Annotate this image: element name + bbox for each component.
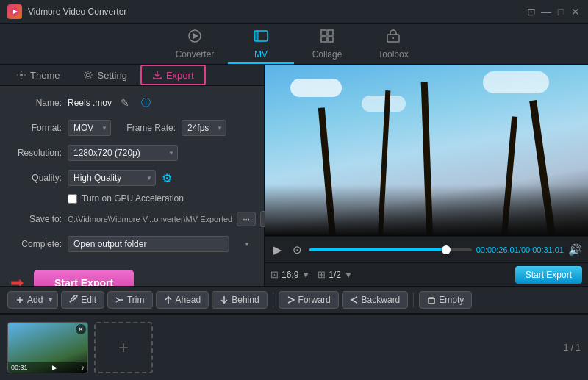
svg-rect-9 xyxy=(321,37,326,42)
name-value: Reels .mov xyxy=(68,98,112,108)
app-window: Vidmore Video Converter ⊡ — □ ✕ Converte… xyxy=(0,0,588,380)
main-content: Theme Setting Export Name: Reels .mov ✎ xyxy=(0,65,588,286)
form-area: Name: Reels .mov ✎ ⓘ Format: MOV MP4 AVI xyxy=(0,86,264,261)
page-group: ⊞ 1/2 ▼ xyxy=(318,269,353,280)
quality-gear-btn[interactable]: ⚙ xyxy=(162,171,172,185)
stop-btn[interactable]: ⊙ xyxy=(290,242,305,258)
info-btn[interactable]: ⓘ xyxy=(138,95,154,111)
trim-btn[interactable]: Trim xyxy=(107,291,153,309)
trim-label: Trim xyxy=(127,295,145,305)
gpu-label[interactable]: Turn on GPU Acceleration xyxy=(82,193,184,204)
play-btn[interactable]: ▶ xyxy=(270,242,285,258)
svg-point-13 xyxy=(20,74,23,76)
forward-icon xyxy=(287,295,295,304)
resolution-select[interactable]: 1280x720 (720p) 1920x1080 (1080p) 720x48… xyxy=(68,145,178,161)
minimize-icon[interactable]: ⊡ xyxy=(526,7,537,17)
forward-btn[interactable]: Forward xyxy=(279,291,339,309)
ratio-icon: ⊡ xyxy=(270,269,279,280)
page-icon: ⊞ xyxy=(318,269,326,280)
video-area xyxy=(265,65,588,236)
video-ratio-bar: ⊡ 16:9 ▼ ⊞ 1/2 ▼ Start Export xyxy=(265,262,588,286)
behind-icon xyxy=(220,295,229,304)
toolbar-divider2 xyxy=(413,293,414,307)
tab-mv[interactable]: MV xyxy=(228,26,294,64)
tab-toolbox[interactable]: Toolbox xyxy=(360,26,426,64)
tab-converter[interactable]: Converter xyxy=(162,26,228,64)
main-tabs: Converter MV Collage xyxy=(0,24,588,65)
video-scene xyxy=(265,65,588,236)
start-export-button[interactable]: Start Export xyxy=(34,270,134,286)
saveto-path: C:\Vidmore\Vidmore V...onverter\MV Expor… xyxy=(68,215,232,223)
close-icon[interactable]: ✕ xyxy=(570,7,581,17)
thumbnail-close-btn[interactable]: ✕ xyxy=(76,324,86,334)
name-row: Name: Reels .mov ✎ ⓘ xyxy=(10,93,254,112)
cloud2 xyxy=(483,71,549,93)
left-panel: Theme Setting Export Name: Reels .mov ✎ xyxy=(0,65,265,286)
resolution-row: Resolution: 1280x720 (720p) 1920x1080 (1… xyxy=(10,143,254,162)
maximize-icon[interactable]: □ xyxy=(556,7,566,17)
titlebar-left: Vidmore Video Converter xyxy=(7,4,126,19)
edit-label: Edit xyxy=(81,295,96,305)
progress-fill xyxy=(309,248,445,251)
edit-icon xyxy=(69,295,78,304)
add-clip-btn[interactable]: + xyxy=(94,322,153,373)
complete-select[interactable]: Open output folder Do nothing xyxy=(68,236,229,252)
tab-collage[interactable]: Collage xyxy=(294,26,360,64)
svg-rect-25 xyxy=(429,298,434,304)
sub-tabs: Theme Setting Export xyxy=(0,65,264,86)
ahead-icon xyxy=(164,295,173,304)
behind-btn[interactable]: Behind xyxy=(212,291,267,309)
subtab-export[interactable]: Export xyxy=(140,65,206,85)
subtab-theme-label: Theme xyxy=(30,70,60,81)
arrow-indicator: ➡ xyxy=(10,273,24,286)
ground xyxy=(265,184,588,236)
format-select[interactable]: MOV MP4 AVI xyxy=(68,120,111,136)
empty-btn[interactable]: Empty xyxy=(419,291,472,309)
volume-btn[interactable]: 🔊 xyxy=(568,243,582,257)
subtab-theme[interactable]: Theme xyxy=(6,65,70,85)
ahead-btn[interactable]: Ahead xyxy=(156,291,209,309)
thumbnail-overlay: 00:31 ▶ ♪ xyxy=(8,362,87,373)
backward-icon xyxy=(350,295,359,304)
quality-select[interactable]: High Quality Medium Quality Low Quality xyxy=(68,170,156,186)
framerate-select[interactable]: 24fps 30fps 60fps xyxy=(182,120,226,136)
format-label: Format: xyxy=(10,123,62,133)
saveto-path-row: C:\Vidmore\Vidmore V...onverter\MV Expor… xyxy=(68,211,284,227)
edit-name-btn[interactable]: ✎ xyxy=(118,96,132,110)
thumb-audio-icon: ♪ xyxy=(82,364,85,371)
toolbar-divider xyxy=(273,293,273,307)
saveto-dots-btn[interactable]: ··· xyxy=(237,212,256,226)
page-chevron-icon[interactable]: ▼ xyxy=(344,270,353,280)
bottom-strip: ✕ 00:31 ▶ ♪ + 1 / 1 xyxy=(0,314,588,380)
titlebar: Vidmore Video Converter ⊡ — □ ✕ xyxy=(0,0,588,24)
quality-label: Quality: xyxy=(10,173,62,183)
converter-icon xyxy=(187,29,202,47)
svg-rect-8 xyxy=(328,30,333,35)
saveto-label: Save to: xyxy=(10,214,62,224)
add-btn[interactable]: Add ▼ xyxy=(7,291,58,309)
forward-label: Forward xyxy=(298,295,331,305)
edit-btn[interactable]: Edit xyxy=(61,291,104,309)
add-chevron-icon: ▼ xyxy=(47,296,54,304)
thumbnail-item[interactable]: ✕ 00:31 ▶ ♪ xyxy=(7,322,88,373)
gpu-row: Turn on GPU Acceleration xyxy=(10,193,254,204)
titlebar-controls: ⊡ — □ ✕ xyxy=(526,7,581,17)
format-row: Format: MOV MP4 AVI Frame Rate: 24fps 30… xyxy=(10,118,254,137)
name-label: Name: xyxy=(10,98,62,108)
start-export-small-button[interactable]: Start Export xyxy=(515,266,582,284)
video-controls: ▶ ⊙ 00:00:26.01/00:00:31.01 🔊 xyxy=(265,236,588,262)
subtab-setting[interactable]: Setting xyxy=(73,65,137,85)
empty-label: Empty xyxy=(439,295,464,305)
quality-row: Quality: High Quality Medium Quality Low… xyxy=(10,168,254,187)
page-value: 1/2 xyxy=(329,270,341,280)
ratio-chevron-icon[interactable]: ▼ xyxy=(301,270,310,280)
backward-btn[interactable]: Backward xyxy=(342,291,409,309)
toolbar: Add ▼ Edit Trim Ahead Behind Forward Bac… xyxy=(0,286,588,314)
svg-marker-3 xyxy=(193,33,198,39)
ratio-group: ⊡ 16:9 ▼ xyxy=(270,269,310,280)
gpu-checkbox[interactable] xyxy=(68,194,77,204)
restore-icon[interactable]: — xyxy=(541,7,551,17)
progress-bar[interactable] xyxy=(309,248,472,251)
saveto-row: Save to: C:\Vidmore\Vidmore V...onverter… xyxy=(10,209,254,229)
complete-select-wrap: Open output folder Do nothing xyxy=(68,236,254,252)
